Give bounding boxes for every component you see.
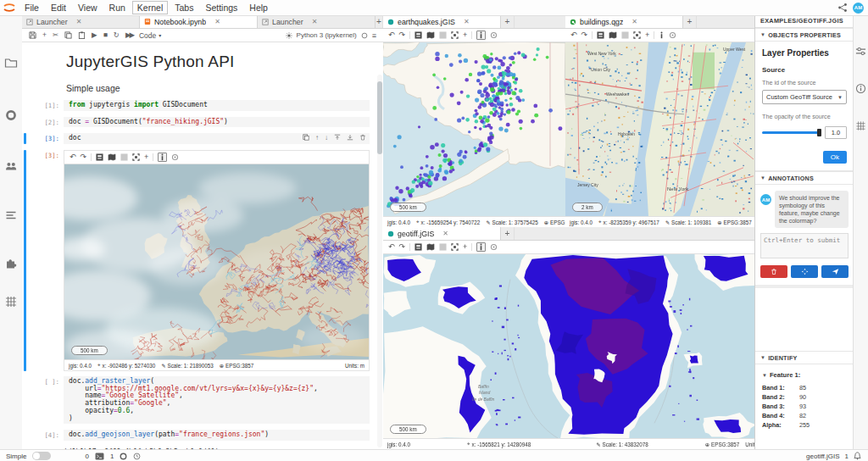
section-annotations[interactable]: ▼ ANNOTATIONS	[755, 171, 854, 185]
code-editor[interactable]: doc.add_raster_layer( url="https://mt1.g…	[64, 376, 370, 424]
kernel-status-icon[interactable]	[120, 453, 127, 460]
new-layer-icon[interactable]	[120, 153, 128, 161]
fit-extent-icon[interactable]	[132, 153, 140, 161]
insert-below-icon[interactable]	[347, 134, 353, 142]
close-icon[interactable]: ✕	[214, 18, 220, 25]
history-icon[interactable]	[133, 453, 141, 460]
identify-icon[interactable]	[659, 31, 665, 39]
submit-annotation-button[interactable]	[821, 265, 849, 278]
buildings-map-canvas[interactable]: West New York Union City Weehawken Upper…	[565, 42, 754, 216]
redo-icon[interactable]: ↷	[581, 30, 588, 41]
menu-tabs[interactable]: Tabs	[169, 0, 199, 15]
redo-icon[interactable]: ↷	[399, 30, 406, 41]
opacity-slider[interactable]	[762, 131, 821, 134]
new-tab-button[interactable]: +	[501, 227, 515, 240]
menu-settings[interactable]: Settings	[199, 0, 243, 15]
close-icon[interactable]: ✕	[312, 18, 318, 25]
ok-button[interactable]: Ok	[823, 151, 847, 164]
annotation-input[interactable]	[760, 233, 849, 258]
geolocate-icon[interactable]	[490, 31, 498, 39]
menu-view[interactable]: View	[72, 0, 103, 15]
geolocate-icon[interactable]	[490, 243, 498, 251]
cell-type-dropdown[interactable]: Code▾	[139, 31, 161, 40]
undo-icon[interactable]: ↶	[70, 152, 76, 163]
new-tab-button[interactable]: +	[501, 15, 515, 28]
notebook-scrollbar[interactable]	[377, 75, 382, 447]
copy-cell-icon[interactable]	[64, 31, 72, 39]
basemap-icon[interactable]	[426, 31, 435, 39]
layers-icon[interactable]	[96, 153, 103, 161]
identify-icon[interactable]	[158, 153, 167, 162]
restart-kernel-icon[interactable]: ↻	[114, 31, 120, 39]
share-icon[interactable]	[837, 3, 848, 13]
scrollbar-thumb[interactable]	[377, 81, 382, 154]
delete-annotation-button[interactable]	[760, 265, 787, 278]
opacity-value[interactable]: 1.0	[825, 126, 847, 139]
add-icon[interactable]: +	[144, 152, 148, 163]
table-of-contents-icon[interactable]	[4, 208, 18, 222]
undo-icon[interactable]: ↶	[570, 30, 577, 41]
basemap-icon[interactable]	[108, 153, 116, 161]
new-tab-button[interactable]: +	[376, 15, 383, 28]
identify-icon[interactable]	[476, 242, 486, 252]
bell-icon[interactable]	[854, 452, 861, 460]
active-document-label[interactable]: geotiff.jGIS	[806, 453, 839, 460]
redo-icon[interactable]: ↷	[399, 242, 406, 253]
close-icon[interactable]: ✕	[76, 18, 82, 25]
france-map-canvas[interactable]: 500 km	[64, 164, 369, 359]
tab-earthquakes[interactable]: earthquakes.jGIS ✕	[383, 15, 501, 28]
stop-kernel-icon[interactable]: ■	[103, 31, 108, 39]
tab-launcher-2[interactable]: Launcher ✕	[258, 15, 376, 28]
tab-notebook[interactable]: Notebook.ipynb ✕	[140, 15, 258, 28]
new-layer-icon[interactable]	[439, 243, 447, 251]
earthquakes-map-canvas[interactable]: 500 km	[383, 42, 565, 216]
feature-row[interactable]: ▼ Feature 1:	[762, 371, 847, 379]
collaborators-icon[interactable]	[4, 159, 18, 173]
insert-cell-icon[interactable]: +	[42, 31, 47, 39]
menu-kernel[interactable]: Kernel	[131, 0, 169, 15]
add-icon[interactable]: +	[463, 30, 467, 41]
kernel-settings-icon[interactable]	[286, 32, 292, 39]
kernel-name[interactable]: Python 3 (ipykernel)	[297, 31, 357, 39]
paste-cell-icon[interactable]	[78, 31, 86, 39]
kernels-count[interactable]: 1	[110, 453, 114, 460]
user-avatar[interactable]: AM	[853, 3, 864, 14]
tab-geotiff[interactable]: geotiff.jGIS ✕	[383, 227, 501, 240]
menu-run[interactable]: Run	[103, 0, 131, 15]
insert-above-icon[interactable]	[334, 134, 341, 142]
run-all-icon[interactable]: ▶▶	[125, 31, 133, 39]
notebook-menu-icon[interactable]: ≡	[372, 31, 376, 40]
slider-thumb[interactable]	[817, 129, 821, 136]
undo-icon[interactable]: ↶	[388, 30, 395, 41]
file-browser-icon[interactable]	[4, 56, 18, 69]
redo-icon[interactable]: ↷	[81, 152, 87, 163]
fit-extent-icon[interactable]	[451, 243, 459, 251]
menu-edit[interactable]: Edit	[45, 0, 72, 15]
fit-extent-icon[interactable]	[451, 31, 459, 39]
basemap-icon[interactable]	[609, 31, 617, 39]
terminal-icon[interactable]	[95, 453, 104, 460]
layers-icon[interactable]	[597, 31, 604, 39]
close-icon[interactable]: ✕	[632, 18, 637, 25]
layers-icon[interactable]	[415, 243, 422, 251]
terminals-count[interactable]: 0	[85, 453, 88, 460]
notification-count[interactable]: 1	[845, 453, 849, 460]
simple-mode-toggle[interactable]	[32, 452, 51, 460]
add-icon[interactable]: +	[645, 30, 649, 41]
section-objects-properties[interactable]: ▼ OBJECTS PROPERTIES	[755, 28, 854, 42]
info-panel-icon[interactable]	[855, 83, 867, 95]
identify-icon[interactable]	[476, 31, 486, 40]
tab-buildings[interactable]: buildings.qgz ✕	[565, 15, 683, 28]
basemap-icon[interactable]	[426, 243, 435, 251]
new-layer-icon[interactable]	[439, 31, 447, 39]
cut-cell-icon[interactable]: ✂	[53, 31, 58, 39]
extension-manager-icon[interactable]	[4, 256, 18, 269]
center-on-annotation-button[interactable]	[791, 265, 818, 278]
geolocate-icon[interactable]	[171, 153, 179, 161]
delete-cell-icon[interactable]	[359, 134, 366, 142]
code-editor[interactable]: doc.add_geojson_layer(path="france_regio…	[64, 430, 370, 441]
code-editor[interactable]: from jupytergis import GISDocument	[64, 100, 370, 111]
move-cell-down-icon[interactable]: ↓	[325, 134, 328, 142]
run-cell-icon[interactable]: ▶	[92, 31, 97, 39]
undo-icon[interactable]: ↶	[388, 242, 395, 253]
